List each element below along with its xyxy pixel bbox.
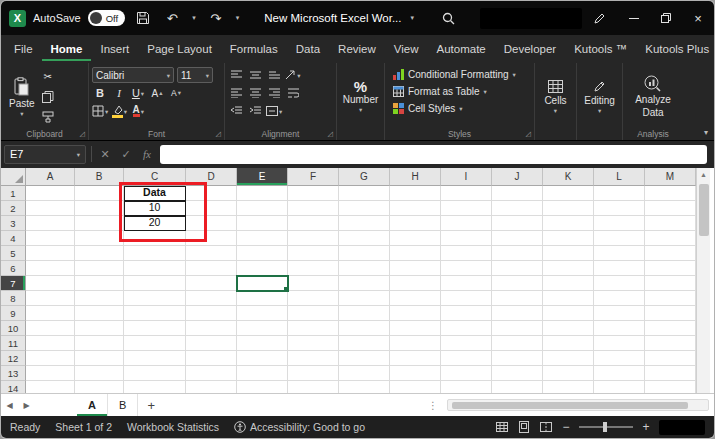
cell-L7[interactable] xyxy=(594,276,645,291)
row-header-2[interactable]: 2 xyxy=(1,201,26,216)
cell-F13[interactable] xyxy=(288,366,339,381)
cell-I7[interactable] xyxy=(441,276,492,291)
align-right-button[interactable] xyxy=(266,85,282,101)
cell-I4[interactable] xyxy=(441,231,492,246)
alignment-dialog-launcher[interactable]: ◿ xyxy=(328,130,333,138)
cell-B2[interactable] xyxy=(75,201,124,216)
cell-K5[interactable] xyxy=(543,246,594,261)
decrease-font-button[interactable]: A▾ xyxy=(168,85,184,101)
cell-C12[interactable] xyxy=(124,351,186,366)
cell-M3[interactable] xyxy=(645,216,696,231)
cell-M14[interactable] xyxy=(645,381,696,393)
cell-L12[interactable] xyxy=(594,351,645,366)
sheet-tab-b[interactable]: B xyxy=(108,394,138,416)
cell-styles-button[interactable]: Cell Styles▾ xyxy=(391,100,531,117)
column-header-E[interactable]: E xyxy=(237,168,288,186)
cell-B7[interactable] xyxy=(75,276,124,291)
cell-M9[interactable] xyxy=(645,306,696,321)
cell-K9[interactable] xyxy=(543,306,594,321)
font-color-button[interactable]: A▾ xyxy=(130,103,146,119)
cell-I3[interactable] xyxy=(441,216,492,231)
select-all-corner[interactable] xyxy=(1,168,26,186)
cell-L11[interactable] xyxy=(594,336,645,351)
cell-E5[interactable] xyxy=(237,246,288,261)
cell-E11[interactable] xyxy=(237,336,288,351)
borders-button[interactable]: ▾ xyxy=(92,103,108,119)
align-middle-button[interactable] xyxy=(247,67,263,83)
cell-H10[interactable] xyxy=(390,321,441,336)
zoom-slider[interactable] xyxy=(579,426,633,428)
italic-button[interactable]: I xyxy=(111,85,127,101)
cell-K1[interactable] xyxy=(543,186,594,201)
styles-dialog-launcher[interactable]: ◿ xyxy=(526,130,531,138)
cell-B6[interactable] xyxy=(75,261,124,276)
formula-input[interactable] xyxy=(160,145,707,164)
pen-icon[interactable] xyxy=(589,7,611,29)
cell-B1[interactable] xyxy=(75,186,124,201)
align-bottom-button[interactable] xyxy=(266,67,282,83)
cell-A6[interactable] xyxy=(26,261,75,276)
column-header-B[interactable]: B xyxy=(75,168,124,186)
cell-C4[interactable] xyxy=(124,231,186,246)
cell-A9[interactable] xyxy=(26,306,75,321)
cell-G13[interactable] xyxy=(339,366,390,381)
row-header-3[interactable]: 3 xyxy=(1,216,26,231)
close-button[interactable]: × xyxy=(682,1,714,35)
tab-insert[interactable]: Insert xyxy=(91,37,138,61)
tab-view[interactable]: View xyxy=(385,37,428,61)
cell-D9[interactable] xyxy=(186,306,237,321)
row-header-4[interactable]: 4 xyxy=(1,231,26,246)
cancel-formula-button[interactable]: ✕ xyxy=(97,148,113,161)
cell-G1[interactable] xyxy=(339,186,390,201)
cell-D7[interactable] xyxy=(186,276,237,291)
column-header-M[interactable]: M xyxy=(645,168,696,186)
cell-C9[interactable] xyxy=(124,306,186,321)
cell-E8[interactable] xyxy=(237,291,288,306)
cell-C13[interactable] xyxy=(124,366,186,381)
next-sheet-button[interactable]: ▶ xyxy=(18,401,35,410)
cell-H14[interactable] xyxy=(390,381,441,393)
column-header-H[interactable]: H xyxy=(390,168,441,186)
cell-E2[interactable] xyxy=(237,201,288,216)
zoom-slider-thumb[interactable] xyxy=(603,422,607,432)
fill-color-button[interactable]: ▾ xyxy=(111,103,127,119)
minimize-button[interactable] xyxy=(618,1,650,35)
cell-E14[interactable] xyxy=(237,381,288,393)
cell-M10[interactable] xyxy=(645,321,696,336)
tab-formulas[interactable]: Formulas xyxy=(221,37,287,61)
cell-C3[interactable]: 20 xyxy=(124,216,186,231)
row-header-5[interactable]: 5 xyxy=(1,246,26,261)
collapse-ribbon-button[interactable]: ▾ xyxy=(704,128,708,137)
cell-F7[interactable] xyxy=(288,276,339,291)
merge-center-button[interactable]: ▾ xyxy=(266,103,282,119)
cell-A13[interactable] xyxy=(26,366,75,381)
cell-M8[interactable] xyxy=(645,291,696,306)
cell-G6[interactable] xyxy=(339,261,390,276)
row-header-8[interactable]: 8 xyxy=(1,291,26,306)
cell-K8[interactable] xyxy=(543,291,594,306)
cell-F2[interactable] xyxy=(288,201,339,216)
quick-access-caret[interactable]: ▾ xyxy=(234,14,242,22)
cell-H6[interactable] xyxy=(390,261,441,276)
wrap-text-button[interactable] xyxy=(285,85,301,101)
format-painter-button[interactable] xyxy=(40,109,56,125)
sheet-tab-a[interactable]: A xyxy=(77,394,108,416)
align-center-button[interactable] xyxy=(247,85,263,101)
cell-F11[interactable] xyxy=(288,336,339,351)
cell-H11[interactable] xyxy=(390,336,441,351)
cell-K7[interactable] xyxy=(543,276,594,291)
cell-L13[interactable] xyxy=(594,366,645,381)
column-header-G[interactable]: G xyxy=(339,168,390,186)
cell-L5[interactable] xyxy=(594,246,645,261)
cell-A8[interactable] xyxy=(26,291,75,306)
cell-D6[interactable] xyxy=(186,261,237,276)
cell-G14[interactable] xyxy=(339,381,390,393)
row-header-7[interactable]: 7 xyxy=(1,276,26,291)
increase-indent-button[interactable] xyxy=(247,103,263,119)
cell-B8[interactable] xyxy=(75,291,124,306)
cell-F5[interactable] xyxy=(288,246,339,261)
cell-K10[interactable] xyxy=(543,321,594,336)
number-group-button[interactable]: % Number ▾ xyxy=(338,66,384,127)
cell-G7[interactable] xyxy=(339,276,390,291)
tab-kutools-plus[interactable]: Kutools Plus xyxy=(636,37,715,61)
